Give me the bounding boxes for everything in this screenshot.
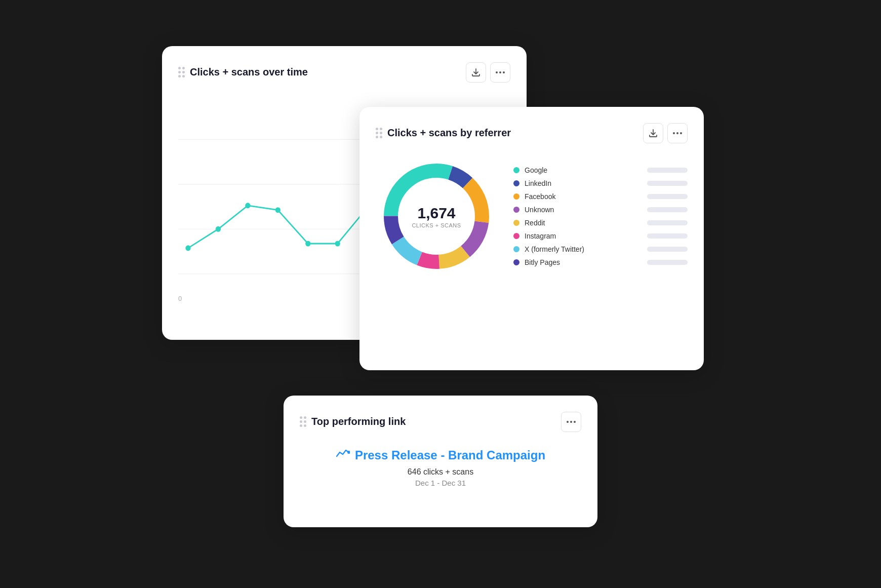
svg-point-29 <box>567 421 569 423</box>
card-time-header: Clicks + scans over time <box>178 62 510 83</box>
drag-icon <box>178 67 185 77</box>
card-referrer-header: Clicks + scans by referrer <box>376 123 688 143</box>
legend-dot-linkedin <box>513 180 519 186</box>
legend-name-linkedin: LinkedIn <box>525 179 642 187</box>
legend-dot-google <box>513 167 519 173</box>
svg-point-7 <box>185 245 190 251</box>
download-button-time[interactable] <box>466 62 486 83</box>
clicks-by-referrer-card: Clicks + scans by referrer <box>359 107 704 370</box>
card-referrer-title-group: Clicks + scans by referrer <box>376 127 511 139</box>
donut-total: 1,674 <box>412 204 461 221</box>
legend-dot-unknown <box>513 207 519 213</box>
legend-name-facebook: Facebook <box>525 192 642 201</box>
svg-point-12 <box>335 241 340 246</box>
top-link-content: Press Release - Brand Campaign 646 click… <box>300 444 581 487</box>
download-button-referrer[interactable] <box>643 123 663 143</box>
legend-bar-facebook <box>647 194 688 199</box>
donut-subtitle: CLICKS + SCANS <box>412 222 461 228</box>
legend-item-facebook: Facebook <box>513 192 688 201</box>
top-link-date: Dec 1 - Dec 31 <box>300 479 581 487</box>
legend-item-unknown: Unknown <box>513 206 688 214</box>
legend-item-google: Google <box>513 166 688 174</box>
link-chart-icon <box>336 448 350 462</box>
more-icon-referrer <box>673 132 682 134</box>
card-top-title-group: Top performing link <box>300 416 406 427</box>
more-icon-time <box>496 71 505 73</box>
legend-item-twitter: X (formerly Twitter) <box>513 245 688 253</box>
more-button-time[interactable] <box>490 62 510 83</box>
legend-dot-twitter <box>513 246 519 252</box>
donut-chart: 1,674 CLICKS + SCANS <box>376 155 497 277</box>
referrer-content: 1,674 CLICKS + SCANS Google LinkedIn <box>376 155 688 277</box>
svg-point-2 <box>503 71 505 73</box>
legend-name-instagram: Instagram <box>525 232 642 240</box>
card-time-actions <box>466 62 510 83</box>
sparkline-icon <box>336 448 350 459</box>
svg-point-30 <box>570 421 572 423</box>
legend-item-linkedin: LinkedIn <box>513 179 688 187</box>
card-referrer-title: Clicks + scans by referrer <box>387 127 511 139</box>
drag-icon-referrer <box>376 128 382 138</box>
card-referrer-actions <box>643 123 688 143</box>
legend-bar-instagram <box>647 233 688 239</box>
legend-bar-linkedin <box>647 181 688 186</box>
svg-point-8 <box>216 226 221 231</box>
legend-bar-reddit <box>647 220 688 225</box>
legend-name-bitly: Bitly Pages <box>525 258 642 266</box>
svg-point-18 <box>673 132 675 134</box>
legend-dot-instagram <box>513 233 519 239</box>
svg-point-1 <box>499 71 501 73</box>
legend-name-reddit: Reddit <box>525 219 642 227</box>
top-link-title[interactable]: Press Release - Brand Campaign <box>355 448 545 462</box>
card-time-title-group: Clicks + scans over time <box>178 66 308 78</box>
card-top-title: Top performing link <box>311 416 406 427</box>
more-button-top[interactable] <box>561 412 581 432</box>
top-link-clicks: 646 clicks + scans <box>300 467 581 477</box>
legend-bar-bitly <box>647 260 688 265</box>
svg-point-19 <box>676 132 678 134</box>
legend-dot-bitly <box>513 259 519 265</box>
legend-bar-unknown <box>647 207 688 212</box>
top-link-name-row: Press Release - Brand Campaign <box>300 448 581 462</box>
legend-bar-twitter <box>647 247 688 252</box>
legend-bar-google <box>647 168 688 173</box>
y-axis-zero: 0 <box>178 295 182 302</box>
download-icon-referrer <box>649 129 658 138</box>
legend-item-instagram: Instagram <box>513 232 688 240</box>
more-button-referrer[interactable] <box>667 123 688 143</box>
card-time-title: Clicks + scans over time <box>190 66 308 78</box>
download-icon-time <box>471 68 480 77</box>
legend-name-twitter: X (formerly Twitter) <box>525 245 642 253</box>
referrer-legend: Google LinkedIn Facebook Unknown <box>513 166 688 266</box>
card-top-actions <box>561 412 581 432</box>
legend-name-unknown: Unknown <box>525 206 642 214</box>
donut-center: 1,674 CLICKS + SCANS <box>412 204 461 228</box>
top-performing-link-card: Top performing link <box>284 396 597 527</box>
legend-item-reddit: Reddit <box>513 219 688 227</box>
svg-point-9 <box>245 203 250 208</box>
legend-item-bitly: Bitly Pages <box>513 258 688 266</box>
more-icon-top <box>567 421 576 423</box>
legend-dot-facebook <box>513 193 519 200</box>
legend-name-google: Google <box>525 166 642 174</box>
svg-point-0 <box>496 71 498 73</box>
drag-icon-top <box>300 416 306 427</box>
svg-point-10 <box>275 207 281 213</box>
svg-point-11 <box>305 241 310 246</box>
legend-dot-reddit <box>513 220 519 226</box>
svg-point-20 <box>680 132 682 134</box>
svg-point-31 <box>574 421 576 423</box>
card-top-header: Top performing link <box>300 412 581 432</box>
